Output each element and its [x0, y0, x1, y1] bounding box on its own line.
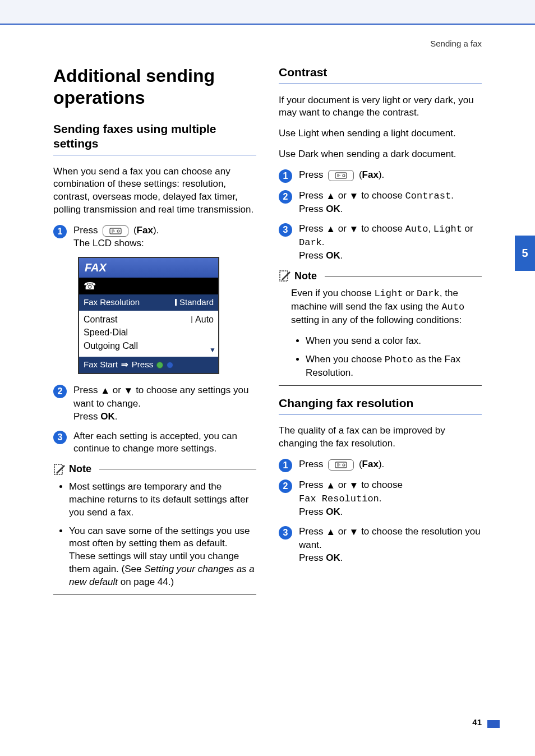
step-1: 1 Press (Fax). [279, 458, 482, 472]
text: or [335, 480, 349, 490]
menu-option: Dark [299, 237, 322, 248]
text: Press [299, 506, 326, 517]
menu-option: Light [433, 224, 462, 234]
down-caret-icon: ▼ [209, 345, 216, 354]
lcd-screenshot: FAX ☎ Fax Resolution Standard ContrastAu… [78, 257, 219, 374]
lcd-row-label: Contrast [84, 314, 117, 326]
note-bullet: Most settings are temporary and the mach… [69, 481, 256, 519]
svg-point-4 [343, 174, 345, 177]
paragraph: Use Dark when sending a dark document. [279, 148, 482, 161]
lcd-title: FAX [79, 258, 218, 278]
step-number-badge: 3 [279, 526, 292, 540]
ok-label: OK [326, 204, 340, 214]
step-2: 2 Press ▲ or ▼ to choose Contrast. Press… [279, 190, 482, 216]
text: setting in any of the following conditio… [291, 315, 462, 325]
ok-label: OK [326, 250, 340, 261]
text: ). [379, 459, 384, 469]
text: . [115, 411, 118, 422]
chapter-tab: 5 [515, 236, 535, 271]
step-number-badge: 1 [279, 459, 292, 472]
text: When you choose [306, 354, 385, 365]
lcd-highlight-row: Fax Resolution Standard [79, 294, 218, 310]
fax-label: Fax [362, 459, 379, 469]
paragraph: If your document is very light or very d… [279, 94, 482, 120]
svg-point-1 [117, 230, 119, 232]
text: Even if you choose [291, 288, 374, 298]
text: Press [299, 459, 326, 469]
text: Press [299, 250, 326, 261]
page-title: Additional sending operations [53, 65, 256, 108]
note-bullet: When you send a color fax. [306, 335, 482, 348]
note-icon [279, 270, 291, 282]
text: The LCD shows: [73, 237, 256, 250]
text: Press [299, 169, 326, 180]
rule [325, 276, 482, 276]
section-heading: Sending faxes using multiple settings [53, 122, 256, 155]
lcd-row: Speed-Dial [84, 326, 214, 339]
fax-button-icon [103, 225, 128, 237]
section-heading: Changing fax resolution [279, 396, 482, 414]
text: . [379, 493, 382, 504]
step-number-badge: 3 [279, 223, 292, 237]
step-number-badge: 2 [279, 480, 292, 493]
text: Press [73, 225, 100, 236]
note-block: Note Most settings are temporary and the… [53, 462, 256, 595]
page-accent [487, 720, 500, 728]
step-2: 2 Press ▲ or ▼ to choose Fax Resolution.… [279, 479, 482, 519]
text: to choose [358, 223, 405, 234]
handset-icon: ☎ [84, 280, 96, 292]
text: Press [299, 526, 326, 537]
text: or [335, 223, 349, 234]
step-1: 1 Press (Fax). The LCD shows: [53, 224, 256, 250]
fax-label: Fax [362, 169, 379, 180]
lcd-row: ContrastAuto [84, 313, 214, 326]
text: . [322, 237, 325, 247]
text: Press [299, 190, 326, 201]
text: to choose [358, 190, 405, 201]
page-number: 41 [472, 717, 482, 728]
blue-dot-icon [167, 362, 173, 368]
text: . [451, 190, 454, 201]
svg-point-7 [343, 464, 345, 466]
text: . [340, 250, 343, 261]
menu-option: Contrast [405, 191, 451, 201]
triangle-down-icon: ▼ [124, 385, 133, 398]
menu-option: Photo [385, 354, 413, 365]
step-1: 1 Press (Fax). [279, 169, 482, 183]
triangle-up-icon: ▲ [326, 223, 335, 236]
note-label: Note [69, 462, 91, 476]
ok-label: OK [326, 506, 340, 517]
step-number-badge: 1 [279, 169, 292, 183]
menu-option: Light [374, 288, 403, 299]
step-number-badge: 3 [53, 431, 67, 444]
text: or [110, 385, 124, 395]
paragraph: The quality of a fax can be improved by … [279, 425, 482, 450]
menu-option: Auto [441, 302, 464, 312]
triangle-up-icon: ▲ [100, 385, 110, 398]
lcd-icon-row: ☎ [79, 278, 218, 294]
note-label: Note [294, 269, 317, 283]
lcd-row-label: Speed-Dial [84, 326, 128, 339]
intro-paragraph: When you send a fax you can choose any c… [53, 165, 256, 217]
step-3: 3 After each setting is accepted, you ca… [53, 430, 256, 456]
triangle-down-icon: ▼ [349, 526, 359, 539]
text: or [462, 223, 473, 234]
top-banner [0, 0, 535, 25]
text: or [335, 190, 349, 201]
rule [53, 594, 256, 595]
text: Press [299, 204, 326, 214]
triangle-up-icon: ▲ [326, 480, 335, 492]
note-bullet: You can save some of the settings you us… [69, 525, 256, 589]
paragraph: Use Light when sending a light document. [279, 127, 482, 140]
text: Press [299, 552, 326, 563]
step-number-badge: 2 [279, 190, 292, 204]
text: . [340, 204, 343, 214]
text: Press [132, 359, 153, 370]
text: ). [153, 225, 159, 236]
text: Press [299, 480, 326, 490]
text: . [340, 552, 343, 563]
menu-option: Fax Resolution [299, 494, 379, 504]
triangle-down-icon: ▼ [349, 223, 359, 236]
text: ). [379, 169, 384, 180]
step-number-badge: 1 [53, 225, 67, 238]
